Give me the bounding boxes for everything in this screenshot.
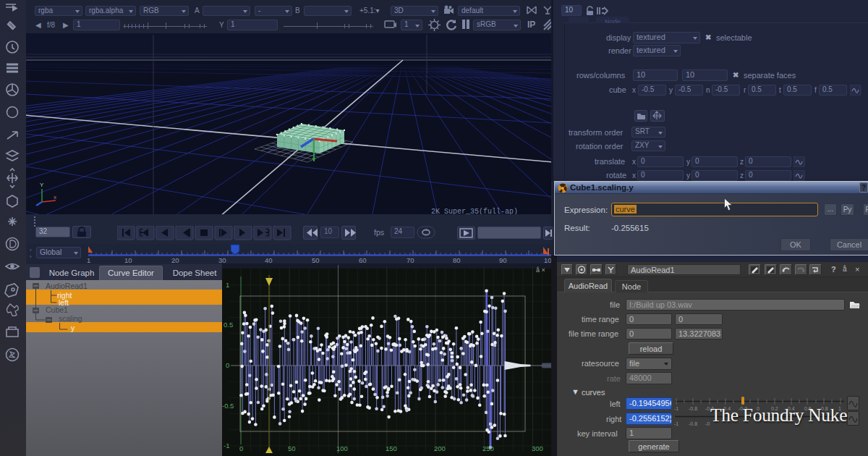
svg-text:50: 50: [288, 444, 296, 452]
svg-text:-0: -0: [705, 421, 710, 426]
svg-text:200: 200: [434, 444, 446, 452]
svg-text:1: 1: [226, 281, 229, 289]
svg-text:100: 100: [336, 444, 348, 452]
svg-text:scaling: scaling: [59, 314, 82, 323]
svg-text:0: 0: [239, 444, 243, 452]
svg-text:250: 250: [482, 444, 494, 452]
svg-text:2K Super_35(full-ap): 2K Super_35(full-ap): [431, 208, 518, 214]
svg-text:å ×: å ×: [536, 266, 545, 274]
svg-text:y: y: [71, 324, 75, 332]
svg-text:AudioRead1: AudioRead1: [46, 282, 88, 290]
svg-text:1: 1: [87, 256, 90, 264]
svg-text:-0.8: -0.8: [689, 406, 697, 411]
svg-text:-1: -1: [224, 442, 229, 449]
svg-text:0.5: 0.5: [224, 321, 233, 329]
svg-text:0: 0: [226, 361, 229, 369]
svg-text:Cube1: Cube1: [46, 305, 68, 314]
svg-text:-0.8: -0.8: [689, 421, 697, 426]
svg-text:10: 10: [124, 256, 132, 264]
svg-text:20: 20: [171, 256, 179, 264]
svg-text:-1: -1: [674, 406, 678, 411]
svg-text:x: x: [54, 194, 56, 200]
svg-text:Y: Y: [40, 182, 44, 188]
svg-text:150: 150: [386, 444, 397, 452]
svg-text:-1: -1: [674, 421, 678, 426]
svg-text:300: 300: [532, 444, 543, 452]
svg-text:-0.5: -0.5: [222, 402, 234, 410]
